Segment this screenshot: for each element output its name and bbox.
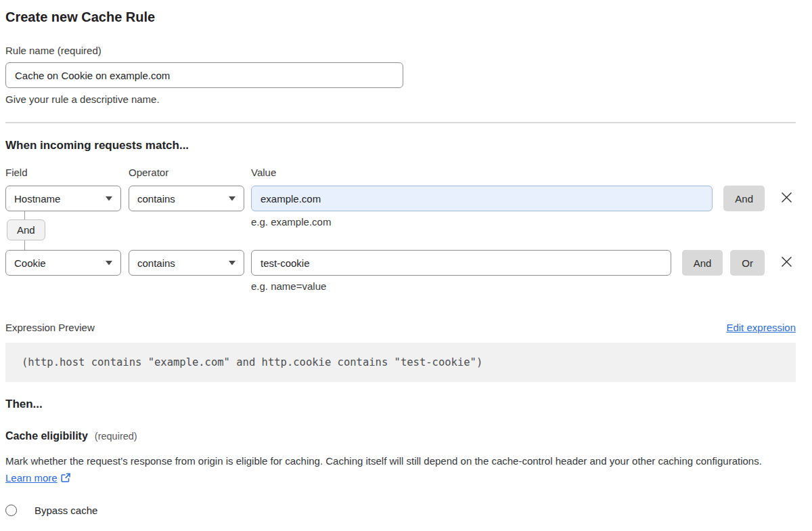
then-section-heading: Then...: [5, 397, 796, 412]
rule-name-label: Rule name (required): [5, 45, 796, 56]
rule-name-help: Give your rule a descriptive name.: [5, 93, 796, 105]
field-select-row1-value: Hostname: [14, 193, 60, 205]
add-or-condition-button-row2[interactable]: Or: [730, 250, 765, 276]
value-column-label: Value: [251, 167, 796, 178]
external-link-icon: [61, 471, 71, 488]
edit-expression-link[interactable]: Edit expression: [726, 322, 796, 333]
cache-eligibility-description-text: Mark whether the request’s response from…: [5, 455, 762, 467]
cache-eligibility-description: Mark whether the request’s response from…: [5, 452, 784, 488]
expression-preview-code: (http.host contains "example.com" and ht…: [5, 343, 796, 382]
add-and-condition-button-row1[interactable]: And: [723, 186, 765, 211]
add-and-condition-button-row2[interactable]: And: [682, 250, 723, 276]
match-section-heading: When incoming requests match...: [5, 138, 796, 153]
chevron-down-icon: [106, 261, 112, 266]
field-select-row2[interactable]: Cookie: [5, 250, 121, 276]
expression-preview-header: Expression Preview Edit expression: [5, 322, 796, 333]
field-select-row2-value: Cookie: [14, 257, 46, 269]
cache-eligibility-heading-row: Cache eligibility (required): [5, 430, 796, 442]
close-icon: [781, 192, 792, 205]
required-note: (required): [95, 431, 137, 442]
field-column-label: Field: [5, 167, 129, 178]
expression-preview-label: Expression Preview: [5, 322, 95, 333]
operator-select-row2[interactable]: contains: [129, 250, 244, 276]
cache-eligibility-heading: Cache eligibility: [5, 430, 88, 442]
condition-row-1: Hostname contains And: [5, 186, 796, 211]
value-hint-row1: e.g. example.com: [251, 216, 331, 228]
rule-name-input[interactable]: [5, 62, 403, 88]
close-icon: [781, 256, 792, 270]
radio-unchecked-icon: [5, 505, 17, 516]
chevron-down-icon: [106, 196, 112, 201]
condition-connector-region: And e.g. example.com: [5, 211, 796, 250]
operator-select-row2-value: contains: [137, 257, 175, 269]
remove-condition-button-row2[interactable]: [780, 256, 793, 270]
chevron-down-icon: [229, 196, 235, 201]
radio-option-bypass-cache[interactable]: Bypass cache: [5, 505, 796, 516]
condition-row-2: Cookie contains And Or: [5, 250, 796, 276]
learn-more-link[interactable]: Learn more: [5, 472, 58, 484]
operator-select-row1[interactable]: contains: [129, 186, 244, 211]
value-input-row2[interactable]: [251, 250, 671, 276]
page-title: Create new Cache Rule: [5, 8, 796, 26]
connector-and-toggle[interactable]: And: [7, 219, 45, 240]
condition-column-labels: Field Operator Value: [5, 167, 796, 178]
field-select-row1[interactable]: Hostname: [5, 186, 121, 211]
operator-column-label: Operator: [129, 167, 251, 178]
section-divider: [5, 122, 796, 123]
chevron-down-icon: [229, 261, 235, 266]
value-hint-row2: e.g. name=value: [251, 280, 796, 292]
remove-condition-button-row1[interactable]: [780, 192, 793, 205]
value-input-row1[interactable]: [251, 186, 713, 211]
create-cache-rule-page: Create new Cache Rule Rule name (require…: [0, 0, 807, 531]
operator-select-row1-value: contains: [137, 193, 175, 205]
radio-label-bypass-cache: Bypass cache: [35, 505, 97, 516]
